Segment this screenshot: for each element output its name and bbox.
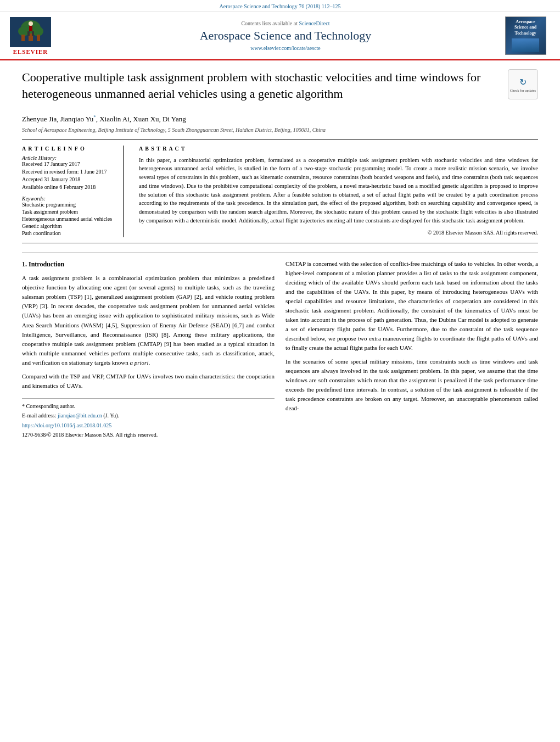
sciencedirect-link[interactable]: ScienceDirect [299,20,329,26]
body-left-column: 1. Introduction A task assignment proble… [22,259,275,440]
abstract-text: In this paper, a combinatorial optimizat… [139,156,538,225]
article-title-section: Cooperative multiple task assignment pro… [22,69,538,108]
intro-paragraph-1: A task assignment problem is a combinato… [22,274,275,367]
thumbnail-title: Aerospace Science and Technology [514,19,536,36]
keywords-label: Keywords: [22,196,116,202]
info-abstract-section: A R T I C L E I N F O Article History: R… [22,140,538,243]
refresh-icon: ↻ [519,77,527,87]
article-info-column: A R T I C L E I N F O Article History: R… [22,146,124,237]
elsevier-wordmark: ELSEVIER [13,48,48,55]
body-content: 1. Introduction A task assignment proble… [22,259,538,440]
journal-header-center: Contents lists available at ScienceDirec… [70,20,501,51]
elsevier-tree-icon [10,17,51,47]
keyword-5: Path coordination [22,230,116,236]
copyright-text: © 2018 Elsevier Masson SAS. All rights r… [139,230,538,236]
footnote-email: E-mail address: jianqiao@bit.edu.cn (J. … [22,411,275,420]
article-title: Cooperative multiple task assignment pro… [22,69,501,102]
section1-heading: 1. Introduction [22,259,275,270]
history-label: Article History: [22,155,116,161]
svg-point-7 [29,21,33,26]
right-paragraph-2: In the scenarios of some special militar… [285,357,538,413]
journal-url-link[interactable]: www.elsevier.com/locate/aescte [250,45,321,51]
received-date: Received 17 January 2017 [22,161,116,167]
check-for-updates-badge: ↻ Check for updates [508,69,538,99]
footnote-issn: 1270-9638/© 2018 Elsevier Masson SAS. Al… [22,431,275,439]
email-link[interactable]: jianqiao@bit.edu.cn [58,412,102,419]
intro-paragraph-2: Compared with the TSP and VRP, CMTAP for… [22,372,275,390]
journal-citation: Aerospace Science and Technology 76 (201… [220,3,341,9]
section-divider [22,252,538,253]
accepted-date: Accepted 31 January 2018 [22,176,116,182]
abstract-heading: A B S T R A C T [139,146,538,152]
keyword-2: Task assignment problem [22,209,116,215]
keyword-4: Genetic algorithm [22,223,116,229]
revised-date: Received in revised form: 1 June 2017 [22,169,116,175]
keywords-section: Keywords: Stochastic programming Task as… [22,196,116,236]
journal-cover-thumbnail: Aerospace Science and Technology [501,16,550,55]
keyword-1: Stochastic programming [22,202,116,208]
footnote-corresponding: * Corresponding author. [22,402,275,411]
available-date: Available online 6 February 2018 [22,184,116,190]
svg-rect-10 [32,31,34,36]
journal-title: Aerospace Science and Technology [81,29,490,43]
svg-rect-6 [37,35,40,41]
doi-link[interactable]: https://doi.org/10.1016/j.ast.2018.01.02… [22,422,111,428]
journal-header: ELSEVIER Contents lists available at Sci… [0,12,560,60]
authors-text: Zhenyue Jia, Jianqiao Yu*, Xiaolin Ai, X… [22,115,186,123]
article-title-container: Cooperative multiple task assignment pro… [22,69,501,108]
journal-cover-image: Aerospace Science and Technology [505,16,546,55]
keyword-3: Heterogeneous unmanned aerial vehicles [22,216,116,222]
body-right-column: CMTAP is concerned with the selection of… [285,259,538,440]
svg-rect-8 [29,26,32,31]
journal-url: www.elsevier.com/locate/aescte [81,45,490,51]
footnotes-section: * Corresponding author. E-mail address: … [22,398,275,439]
journal-bar: Aerospace Science and Technology 76 (201… [0,0,560,12]
check-updates-label: Check for updates [510,88,536,92]
right-paragraph-1: CMTAP is concerned with the selection of… [285,259,538,353]
elsevier-logo: ELSEVIER [10,17,51,55]
footnote-doi: https://doi.org/10.1016/j.ast.2018.01.02… [22,421,275,430]
publisher-logo: ELSEVIER [10,17,70,55]
authors-line: Zhenyue Jia, Jianqiao Yu*, Xiaolin Ai, X… [22,114,538,123]
affiliation-text: School of Aerospace Engineering, Beijing… [22,127,538,133]
abstract-column: A B S T R A C T In this paper, a combina… [137,146,538,237]
main-content: Cooperative multiple task assignment pro… [0,60,560,449]
svg-rect-5 [21,35,25,41]
svg-rect-9 [27,31,30,36]
article-info-heading: A R T I C L E I N F O [22,146,116,152]
contents-available-text: Contents lists available at ScienceDirec… [81,20,490,26]
